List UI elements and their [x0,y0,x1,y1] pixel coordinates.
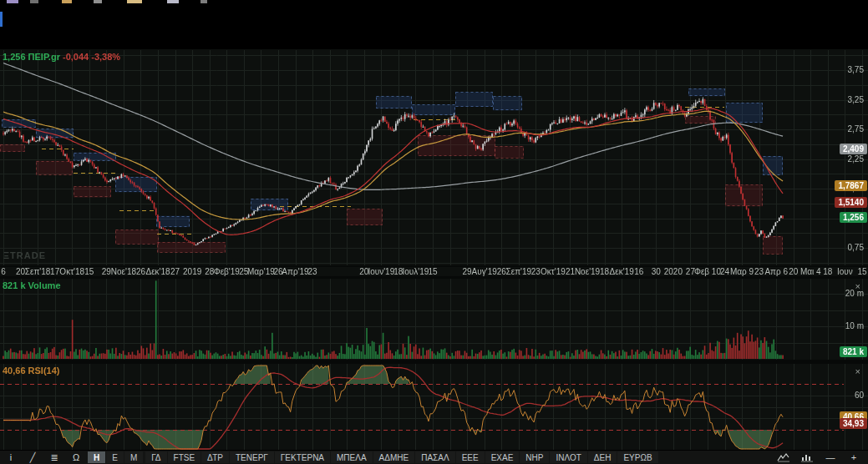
price-chart-canvas[interactable] [0,0,868,464]
date-label: Ιουν'19 [368,267,394,276]
price-tick: 3,75 [848,65,864,74]
window-artifact [62,0,72,3]
rsi-badge: 34,93 [840,418,867,429]
date-label: 29 [102,267,111,276]
date-label: Δεκ'19 [610,267,634,276]
rsi-legend: 40,66 RSI(14) [3,366,60,376]
date-label: Οκτ'18 [59,267,84,276]
top-strip [0,0,868,49]
toolbar-icons: i╱≣Ω [0,451,87,463]
symbol-button-ΝΗΡ[interactable]: ΝΗΡ [520,451,549,463]
date-label: 15 [84,267,94,276]
price-tick: 3,25 [848,95,864,104]
symbol-button-ΕΕΕ[interactable]: ΕΕΕ [456,451,485,463]
volume-badge: 821 k [840,346,867,357]
window-artifact [167,0,179,3]
symbol-button-ΠΑΣΑΛ[interactable]: ΠΑΣΑΛ [415,451,454,463]
timeframe-button-Ε[interactable]: Ε [106,451,124,463]
bar-chart-icon[interactable] [799,451,815,463]
symbol-button-ΕΧΑΕ[interactable]: ΕΧΑΕ [485,451,520,463]
date-label: 26 [136,267,145,276]
date-label: 24 [720,267,729,276]
date-label: 15 [428,267,437,276]
date-label: Νοε'19 [575,267,600,276]
date-label: 23 [531,267,541,276]
symbol-button-ΙΝΛΟΤ[interactable]: ΙΝΛΟΤ [550,451,586,463]
price-tick: 2,25 [848,154,864,164]
date-label: 23 [308,267,317,276]
indicator-list-icon[interactable]: ≣ [43,451,65,463]
date-label: Σεπ'18 [25,267,51,276]
symbol-buttons: ΓΔFTSEΔΤΡΤΕΝΕΡΓΓΕΚΤΕΡΝΑΜΠΕΛΑΑΔΜΗΕΠΑΣΑΛΕΕ… [145,451,657,463]
rsi-tick: 60 [855,391,864,400]
date-label: 16 [634,267,643,276]
price-tick: 0,75 [848,243,864,252]
timeframe-button-Η[interactable]: Η [88,451,105,463]
price-change-pct: -3,38% [91,52,120,62]
window-artifact [7,0,18,3]
info-icon[interactable]: i [0,451,22,463]
price-badge: 2,409 [840,144,867,154]
date-label: 21 [566,267,575,276]
date-label: Μαρ 9 [730,267,754,276]
date-label: Απρ 6 [764,267,788,276]
line-chart-icon[interactable] [776,451,791,463]
symbol-button-ΔΕΗ[interactable]: ΔΕΗ [588,451,617,463]
price-badge: 1,5140 [835,197,867,208]
date-label: Ιουν [837,267,853,276]
date-label: Μαρ'19 [247,267,275,276]
date-label: 18 [823,267,832,276]
volume-value: 821 k [3,280,26,290]
date-label: 28 [205,267,214,276]
symbol-button-ΓΕΚΤΕΡΝΑ[interactable]: ΓΕΚΤΕΡΝΑ [275,451,330,463]
main-chart-legend: 1,256 ΠΕΙΡ.gr -0,044 -3,38% [3,52,120,62]
bottom-toolbar: i╱≣Ω ΗΕΜ ΓΔFTSEΔΤΡΤΕΝΕΡΓΓΕΚΤΕΡΝΑΜΠΕΛΑΑΔΜ… [0,450,868,464]
volume-tick: 10 m [845,321,864,330]
symbol-name: ΠΕΙΡ.gr [28,52,60,62]
symbol-button-ΔΤΡ[interactable]: ΔΤΡ [201,451,229,463]
rsi-close-icon[interactable]: × [855,367,860,376]
symbol-button-ΜΠΕΛΑ[interactable]: ΜΠΕΛΑ [331,451,373,463]
symbol-button-ΕΥΡΩΒ[interactable]: ΕΥΡΩΒ [617,451,657,463]
date-label: 6 [1,267,6,276]
date-label: Δεκ'18 [145,267,170,276]
date-label: Αυγ'19 [472,267,497,276]
date-label: 20 [789,267,798,276]
zoom-out-button[interactable]: — [823,451,838,463]
date-label: 2020 [664,267,683,276]
timeframe-button-Μ[interactable]: Μ [124,451,143,463]
date-label: 30 [652,267,661,276]
rsi-value: 40,66 [3,366,26,376]
omega-icon[interactable]: Ω [65,451,87,463]
volume-close-icon[interactable]: × [855,282,860,290]
window-artifact [201,0,207,3]
trading-app-window: 1,256 ΠΕΙΡ.gr -0,044 -3,38% ΞTRADE 821 k… [0,0,868,464]
symbol-button-ΑΔΜΗΕ[interactable]: ΑΔΜΗΕ [373,451,415,463]
symbol-button-FTSE[interactable]: FTSE [168,451,201,463]
date-label: 23 [754,267,764,276]
date-label: Οκτ'19 [541,267,566,276]
date-label: Σεπ'19 [506,267,532,276]
price-change: -0,044 [63,52,89,62]
rsi-title: RSI(14) [28,366,60,376]
date-label: 17 [50,267,59,276]
date-label: 27 [170,267,180,276]
date-label: 18 [600,267,609,276]
symbol-button-ΓΔ[interactable]: ΓΔ [145,451,166,463]
price-tick: 2,75 [848,124,864,134]
volume-legend: 821 k Volume [3,280,61,290]
date-label: 29 [463,267,472,276]
last-price: 1,256 [3,52,26,62]
window-artifact [94,0,102,3]
symbol-button-ΤΕΝΕΡΓ[interactable]: ΤΕΝΕΡΓ [230,451,274,463]
timeframe-buttons: ΗΕΜ [88,451,143,463]
broker-watermark: ΞTRADE [3,250,46,260]
window-edge-tab [0,12,3,27]
window-artifact [127,0,142,3]
draw-pencil-icon[interactable]: ╱ [22,451,43,463]
date-label: Απρ'19 [282,267,308,276]
zoom-in-button[interactable]: + [846,451,861,463]
date-label: 2019 [183,267,201,276]
price-badge: 1,256 [840,212,867,223]
price-badge: 1,7867 [835,180,867,191]
